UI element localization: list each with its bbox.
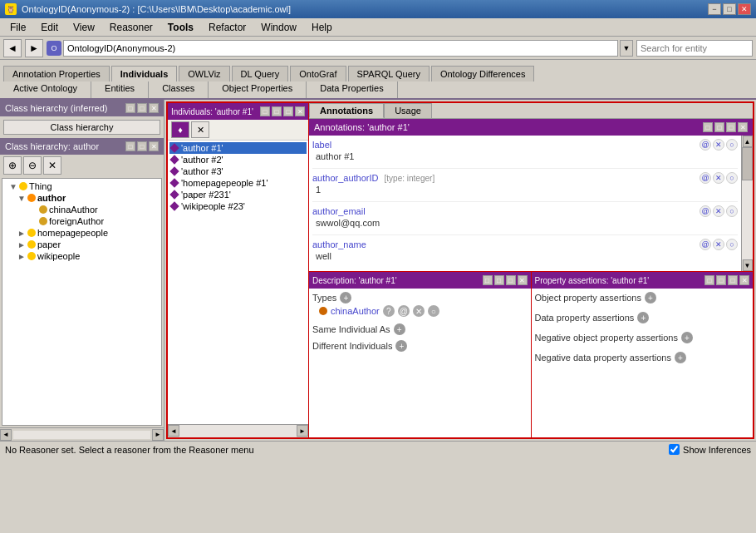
- chinaauthor-at[interactable]: @: [398, 305, 410, 317]
- address-dropdown[interactable]: ▼: [620, 40, 633, 57]
- tab-owlviz[interactable]: OWLViz: [179, 66, 229, 81]
- desc-restore[interactable]: □: [494, 275, 504, 285]
- subtab-active-ontology[interactable]: Active Ontology: [0, 81, 91, 98]
- collapse-all-button[interactable]: ⊖: [23, 156, 42, 175]
- add-different-button[interactable]: +: [395, 340, 407, 352]
- add-neg-data-property-button[interactable]: +: [675, 352, 686, 363]
- ch-min[interactable]: □: [125, 141, 135, 151]
- ann-at-name[interactable]: @: [700, 239, 711, 250]
- ch-close[interactable]: ✕: [149, 141, 159, 151]
- individual-remove-button[interactable]: ✕: [191, 121, 209, 138]
- individual-item-2[interactable]: 'author #3': [169, 165, 307, 177]
- show-inferences-checkbox[interactable]: [669, 444, 680, 455]
- desc-max[interactable]: □: [506, 275, 516, 285]
- add-same-button[interactable]: +: [394, 323, 405, 335]
- ann-scroll-up[interactable]: ▲: [743, 136, 753, 147]
- ann-info-authorid[interactable]: ○: [726, 172, 738, 184]
- ann-tab-usage[interactable]: Usage: [384, 103, 432, 118]
- chinaauthor-info[interactable]: ○: [428, 305, 439, 317]
- close-button[interactable]: ✕: [738, 3, 751, 15]
- desc-close[interactable]: ✕: [518, 275, 528, 285]
- tree-item-author[interactable]: ▼ author: [4, 192, 160, 204]
- subtab-data-properties[interactable]: Data Properties: [307, 81, 397, 98]
- minimize-button[interactable]: −: [708, 3, 721, 15]
- left-panel-close[interactable]: ✕: [149, 103, 159, 113]
- individual-item-0[interactable]: 'author #1': [169, 142, 307, 154]
- add-type-button[interactable]: +: [340, 292, 351, 304]
- tab-annotation-properties[interactable]: Annotation Properties: [3, 66, 110, 81]
- chinaauthor-question[interactable]: ?: [383, 305, 395, 317]
- prop-restore[interactable]: □: [716, 275, 726, 285]
- menu-reasoner[interactable]: Reasoner: [103, 20, 160, 35]
- expand-all-button[interactable]: ⊕: [3, 156, 22, 175]
- ind-hscroll[interactable]: ◄ ►: [168, 424, 308, 437]
- address-input[interactable]: [63, 40, 618, 57]
- maximize-button[interactable]: □: [723, 3, 736, 15]
- tree-item-foreignauthor[interactable]: foreignAuthor: [4, 215, 160, 227]
- add-neg-object-property-button[interactable]: +: [681, 332, 693, 343]
- menu-refactor[interactable]: Refactor: [202, 20, 253, 35]
- ann-del-authorid[interactable]: ✕: [713, 172, 724, 184]
- menu-tools[interactable]: Tools: [161, 20, 200, 35]
- prop-max[interactable]: □: [728, 275, 738, 285]
- ann-at-label[interactable]: @: [700, 139, 711, 151]
- tree-item-paper[interactable]: ► paper: [4, 239, 160, 250]
- ind-min[interactable]: □: [260, 106, 270, 116]
- individual-item-3[interactable]: 'homepagepeople #1': [169, 177, 307, 189]
- individual-item-1[interactable]: 'author #2': [169, 154, 307, 165]
- tree-item-thing[interactable]: ▼ Thing: [4, 180, 160, 192]
- ann-del-name[interactable]: ✕: [713, 239, 724, 250]
- tab-sparql-query[interactable]: SPARQL Query: [348, 66, 430, 81]
- hscroll-right[interactable]: ►: [152, 429, 164, 441]
- tab-ontology-differences[interactable]: Ontology Differences: [431, 66, 535, 81]
- subtab-object-properties[interactable]: Object Properties: [209, 81, 307, 98]
- ann-info-label[interactable]: ○: [726, 139, 738, 151]
- tree-item-homepagepeople[interactable]: ► homepagepeople: [4, 227, 160, 239]
- ann-min[interactable]: □: [703, 122, 713, 132]
- ann-restore[interactable]: □: [714, 122, 724, 132]
- back-button[interactable]: ◄: [3, 39, 22, 57]
- tree-item-chinaauthor[interactable]: chinaAuthor: [4, 204, 160, 215]
- forward-button[interactable]: ►: [25, 39, 43, 57]
- subtab-classes[interactable]: Classes: [149, 81, 209, 98]
- ann-del-label[interactable]: ✕: [713, 139, 724, 151]
- ann-info-name[interactable]: ○: [726, 239, 738, 250]
- class-tree[interactable]: ▼ Thing ▼ author chinaAuthor: [2, 178, 162, 426]
- chinaauthor-type-label[interactable]: chinaAuthor: [331, 306, 380, 316]
- ann-close[interactable]: ✕: [738, 122, 748, 132]
- chinaauthor-del[interactable]: ✕: [413, 305, 425, 317]
- left-panel-hscroll[interactable]: ◄ ►: [0, 427, 164, 441]
- ind-restore[interactable]: □: [272, 106, 282, 116]
- ind-scroll-left[interactable]: ◄: [168, 425, 179, 437]
- ann-tab-annotations[interactable]: Annotations: [309, 103, 384, 118]
- left-panel-min[interactable]: □: [125, 103, 135, 113]
- ann-at-authorid[interactable]: @: [700, 172, 711, 184]
- ann-del-email[interactable]: ✕: [713, 205, 724, 217]
- search-input[interactable]: [636, 40, 753, 57]
- tree-item-wikipeople[interactable]: ► wikipeople: [4, 250, 160, 262]
- ann-max[interactable]: □: [726, 122, 736, 132]
- menu-help[interactable]: Help: [305, 20, 339, 35]
- author-expand-arrow[interactable]: ▼: [17, 194, 26, 203]
- ann-at-email[interactable]: @: [700, 205, 711, 217]
- ann-scroll-down[interactable]: ▼: [743, 259, 753, 271]
- add-data-property-button[interactable]: +: [637, 312, 649, 323]
- menu-file[interactable]: File: [3, 20, 32, 35]
- left-panel-restore[interactable]: □: [137, 103, 147, 113]
- class-hierarchy-button[interactable]: Class hierarchy: [3, 120, 160, 135]
- ann-scroll-thumb[interactable]: [742, 147, 753, 180]
- prop-close[interactable]: ✕: [739, 275, 749, 285]
- prop-min[interactable]: □: [704, 275, 714, 285]
- tab-dl-query[interactable]: DL Query: [232, 66, 289, 81]
- individual-add-button[interactable]: ♦: [171, 121, 189, 138]
- hscroll-left[interactable]: ◄: [0, 429, 12, 441]
- ann-info-email[interactable]: ○: [726, 205, 738, 217]
- homepagepeople-arrow[interactable]: ►: [17, 229, 26, 238]
- paper-arrow[interactable]: ►: [17, 240, 26, 249]
- individual-item-4[interactable]: 'paper #231': [169, 189, 307, 200]
- wikipeople-arrow[interactable]: ►: [17, 252, 26, 261]
- menu-window[interactable]: Window: [254, 20, 303, 35]
- subtab-entities[interactable]: Entities: [91, 81, 149, 98]
- ind-scroll-right[interactable]: ►: [297, 425, 308, 437]
- tab-ontograf[interactable]: OntoGraf: [290, 66, 346, 81]
